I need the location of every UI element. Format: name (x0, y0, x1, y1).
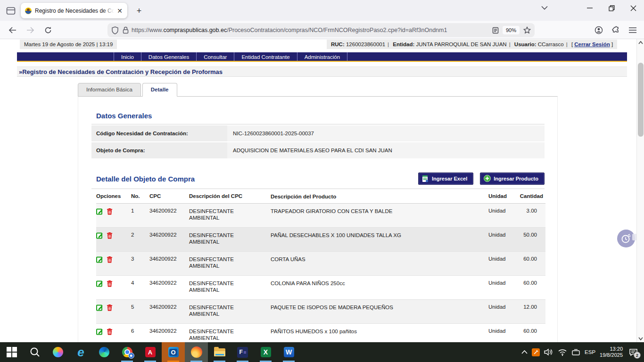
taskbar-firefox[interactable] (185, 342, 208, 362)
row-actions (96, 280, 131, 299)
window-restore-button[interactable] (601, 0, 622, 16)
forward-icon[interactable] (25, 25, 36, 36)
logout-link[interactable]: Cerrar Sesión (574, 41, 610, 47)
cell-no: 2 (131, 232, 149, 251)
info-row: Código Necesidad de Contratación:NIC-126… (91, 125, 545, 141)
table-header-row: OpcionesNo.CPCDescripción del CPCDescrip… (96, 189, 545, 204)
chrome-icon: ☻ (122, 347, 132, 357)
detalle-table: OpcionesNo.CPCDescripción del CPCDescrip… (96, 189, 545, 342)
info-value: ADQUISICION DE MATERIALES ASEO PARA EL C… (227, 142, 545, 158)
cell-unit: Unidad (488, 328, 515, 342)
column-header: Opciones (96, 193, 131, 200)
cell-product: PAQUETE DE ISOPOS DE MADERA PEQUEÑOS (271, 304, 488, 323)
lock-icon[interactable] (123, 26, 129, 34)
page-title-band: »Registro de Necesidades de Contratación… (17, 66, 627, 77)
tray-chevron-up-icon[interactable] (521, 350, 528, 354)
back-icon[interactable] (7, 25, 18, 36)
window-minimize-button[interactable] (579, 0, 601, 16)
java-update-icon[interactable] (532, 348, 540, 356)
taskbar-fe-app[interactable]: F≡ (231, 342, 254, 362)
cell-product: TRAPEADOR GIRATORIO CON CESTA Y BALDE (271, 208, 488, 227)
ingresar-producto-button[interactable]: Ingresar Producto (480, 173, 545, 185)
browser-tab[interactable]: Registro de Necesidades de Con ✕ (21, 3, 127, 18)
scrollbar-thumb[interactable] (638, 63, 644, 137)
edit-icon[interactable] (96, 304, 103, 311)
nav-item-inicio[interactable]: Inicio (114, 52, 141, 61)
delete-icon[interactable] (107, 304, 113, 311)
shield-icon[interactable] (111, 26, 119, 34)
cell-qty: 12.00 (515, 304, 545, 323)
delete-icon[interactable] (107, 208, 113, 215)
floating-timer-widget[interactable] (617, 230, 635, 247)
keyboard-language[interactable]: ESP (585, 349, 595, 355)
taskbar-search[interactable] (23, 342, 46, 362)
info-value: NIC-1260023860001-2025-00037 (227, 125, 545, 141)
excel-icon: X (261, 347, 271, 357)
scroll-down-icon[interactable] (638, 337, 643, 340)
volume-icon[interactable] (544, 348, 553, 356)
cell-cpc-desc: DESINFECTANTE AMBIENTAL (189, 232, 271, 251)
edit-icon[interactable] (96, 256, 103, 263)
list-tabs-chevron-icon[interactable] (541, 6, 548, 10)
taskbar-word[interactable]: W (277, 342, 300, 362)
edit-icon[interactable] (96, 208, 103, 215)
delete-icon[interactable] (107, 256, 113, 263)
taskbar-outlook[interactable]: O (162, 342, 185, 362)
nav-item-datos-generales[interactable]: Datos Generales (141, 52, 196, 61)
taskbar-acrobat[interactable]: A (139, 342, 162, 362)
entidad-value: JUNTA PARROQUIAL DE SAN JUAN (416, 41, 507, 47)
taskbar-edge[interactable] (92, 342, 116, 362)
nav-item-entidad-contratante[interactable]: Entidad Contratante (234, 52, 297, 61)
tab-información-básica[interactable]: Información Básica (78, 83, 141, 97)
edit-icon[interactable] (96, 232, 103, 239)
clock-icon (621, 233, 631, 244)
delete-icon[interactable] (107, 328, 113, 335)
extensions-puzzle-icon[interactable] (610, 25, 621, 36)
wifi-icon[interactable] (558, 349, 567, 356)
table-row: 2346200922DESINFECTANTE AMBIENTALPAÑAL D… (96, 228, 545, 252)
connect-display-icon[interactable] (571, 349, 580, 356)
account-icon[interactable] (593, 25, 604, 36)
taskbar-chrome[interactable]: ☻ (116, 342, 139, 362)
start-button[interactable] (0, 342, 23, 362)
delete-icon[interactable] (107, 232, 113, 239)
window-close-button[interactable] (622, 0, 644, 16)
new-tab-button[interactable]: + (133, 5, 145, 17)
main-nav-bar: InicioDatos GeneralesConsultarEntidad Co… (17, 52, 627, 62)
file-explorer-icon (214, 348, 225, 356)
cell-qty: 3.00 (515, 208, 545, 227)
notification-count-badge: 2 (634, 352, 641, 359)
windows-taskbar: e ☻ A O F≡ X W ESP 13:20 19/8/2025 2 (0, 342, 644, 362)
url-bar[interactable]: https://www.compraspublicas.gob.ec/Proce… (107, 23, 535, 37)
taskbar-internet-explorer[interactable]: e (69, 342, 92, 362)
menu-hamburger-icon[interactable] (627, 25, 638, 36)
tray-clock[interactable]: 13:20 19/8/2025 (600, 346, 623, 358)
delete-icon[interactable] (107, 280, 113, 287)
scroll-up-icon[interactable] (638, 41, 643, 44)
edit-icon[interactable] (96, 328, 103, 335)
reload-icon[interactable] (42, 25, 54, 36)
edit-icon[interactable] (96, 280, 103, 287)
cell-qty: 50.00 (515, 232, 545, 251)
tab-detalle[interactable]: Detalle (142, 83, 177, 97)
usuario-value: CCarrasco (538, 41, 564, 47)
taskbar-file-explorer[interactable] (208, 342, 231, 362)
nav-item-administración[interactable]: Administración (297, 52, 347, 61)
zoom-level-badge[interactable]: 90% (503, 26, 520, 34)
firefox-view-icon[interactable] (5, 6, 17, 16)
ingresar-excel-button[interactable]: Ingresar Excel (418, 173, 473, 185)
nav-item-consultar[interactable]: Consultar (196, 52, 234, 61)
bookmark-star-icon[interactable] (523, 26, 531, 34)
usuario-label: Usuario: (514, 41, 537, 47)
cell-unit: Unidad (488, 208, 515, 227)
content-tabs: Información BásicaDetalle (78, 83, 179, 97)
cell-cpc: 346200922 (149, 232, 189, 251)
column-header: Descripción del CPC (189, 193, 271, 200)
url-text[interactable]: https://www.compraspublicas.gob.ec/Proce… (132, 27, 492, 33)
page-scrollbar[interactable] (636, 39, 644, 342)
taskbar-copilot[interactable] (46, 342, 69, 362)
taskbar-excel[interactable]: X (254, 342, 277, 362)
notification-center-icon[interactable]: 2 (627, 346, 639, 358)
reader-view-icon[interactable] (492, 27, 499, 34)
tab-close-icon[interactable]: ✕ (116, 7, 124, 15)
